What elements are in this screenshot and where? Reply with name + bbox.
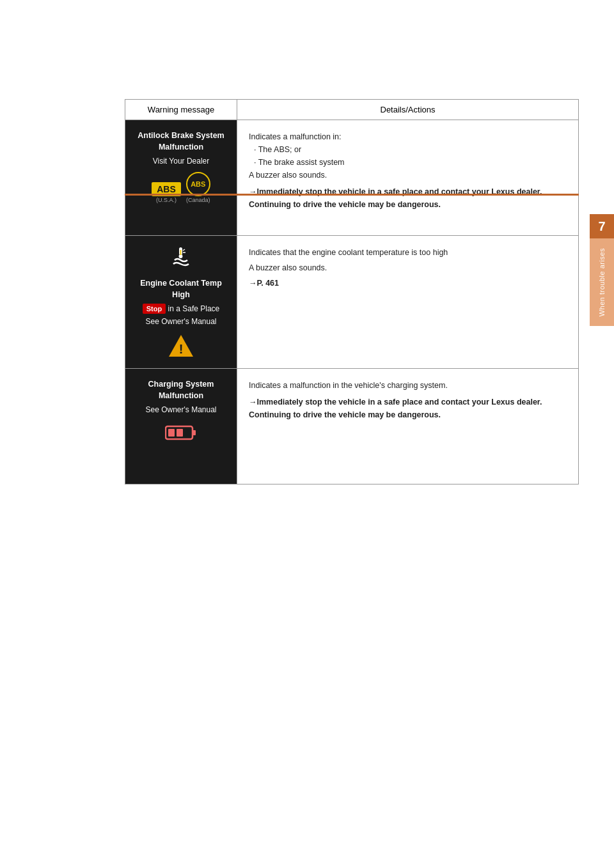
table-row: Antilock Brake System Malfunction Visit … <box>125 120 579 236</box>
abs-subtitle: Visit Your Dealer <box>153 157 210 166</box>
abs-badges-container: ABS (U.S.A.) ABS (Canada) <box>152 172 210 203</box>
abs-canada-label: (Canada) <box>186 197 210 203</box>
abs-canada-group: ABS (Canada) <box>186 172 210 203</box>
table-row: Charging System Malfunction See Owner's … <box>125 369 579 484</box>
warning-triangle-container: ! <box>168 334 194 358</box>
stop-badge: Stop <box>143 304 166 314</box>
abs-buzzer: A buzzer also sounds. <box>249 169 567 182</box>
battery-icon <box>165 423 197 442</box>
col-header-warning: Warning message <box>125 100 237 120</box>
top-decorative-line <box>125 194 579 196</box>
chapter-side-tab: 7 When trouble arises <box>590 214 614 326</box>
coolant-details-inner: Indicates that the engine coolant temper… <box>237 236 578 300</box>
svg-line-3 <box>183 249 185 251</box>
charging-details-intro: Indicates a malfunction in the vehicle's… <box>249 379 567 392</box>
coolant-icon <box>169 246 193 272</box>
abs-details-inner: Indicates a malfunction in: · The ABS; o… <box>237 120 578 221</box>
chapter-title: When trouble arises <box>598 238 606 326</box>
coolant-stop-line: Stop in a Safe Place <box>143 304 220 313</box>
warning-table: Warning message Details/Actions Antilock… <box>125 99 579 484</box>
battery-icon-container <box>165 423 197 445</box>
charging-manual: See Owner's Manual <box>145 405 216 414</box>
abs-canada-text: ABS <box>191 180 205 188</box>
charging-warning-inner: Charging System Malfunction See Owner's … <box>125 369 237 484</box>
abs-details-cell: Indicates a malfunction in: · The ABS; o… <box>237 120 579 236</box>
abs-usa-group: ABS (U.S.A.) <box>152 182 181 203</box>
col-header-details: Details/Actions <box>237 100 579 120</box>
coolant-warning-inner: Engine Coolant Temp High Stop in a Safe … <box>125 236 237 368</box>
coolant-warning-cell: Engine Coolant Temp High Stop in a Safe … <box>125 236 237 369</box>
abs-bullet-2: · The brake assist system <box>254 156 567 169</box>
abs-details-intro: Indicates a malfunction in: <box>249 130 567 143</box>
coolant-buzzer: A buzzer also sounds. <box>249 261 567 274</box>
coolant-stop-suffix: in a Safe Place <box>168 304 220 313</box>
svg-text:!: ! <box>179 342 184 356</box>
svg-rect-9 <box>168 429 175 437</box>
abs-bullet-1: · The ABS; or <box>254 143 567 156</box>
svg-rect-10 <box>177 429 183 437</box>
coolant-details-cell: Indicates that the engine coolant temper… <box>237 236 579 369</box>
main-content: Warning message Details/Actions Antilock… <box>125 99 579 523</box>
chapter-number: 7 <box>590 214 614 238</box>
abs-warning-cell: Antilock Brake System Malfunction Visit … <box>125 120 237 236</box>
abs-warning-inner: Antilock Brake System Malfunction Visit … <box>125 120 237 235</box>
coolant-title: Engine Coolant Temp High <box>133 278 229 300</box>
svg-rect-8 <box>193 430 196 435</box>
coolant-manual: See Owner's Manual <box>145 317 216 326</box>
abs-canada-badge: ABS <box>186 172 210 196</box>
abs-title: Antilock Brake System Malfunction <box>133 130 229 153</box>
abs-usa-label: (U.S.A.) <box>156 197 177 203</box>
charging-warning-cell: Charging System Malfunction See Owner's … <box>125 369 237 484</box>
coolant-action: →P. 461 <box>249 277 567 290</box>
charging-action: →Immediately stop the vehicle in a safe … <box>249 396 567 421</box>
coolant-details-intro: Indicates that the engine coolant temper… <box>249 246 567 259</box>
warning-triangle-icon: ! <box>168 334 194 358</box>
table-row: Engine Coolant Temp High Stop in a Safe … <box>125 236 579 369</box>
page: 7 When trouble arises Warning message De… <box>0 99 614 868</box>
charging-details-inner: Indicates a malfunction in the vehicle's… <box>237 369 578 431</box>
charging-title: Charging System Malfunction <box>133 379 229 401</box>
abs-action: →Immediately stop the vehicle in a safe … <box>249 185 567 211</box>
charging-details-cell: Indicates a malfunction in the vehicle's… <box>237 369 579 484</box>
